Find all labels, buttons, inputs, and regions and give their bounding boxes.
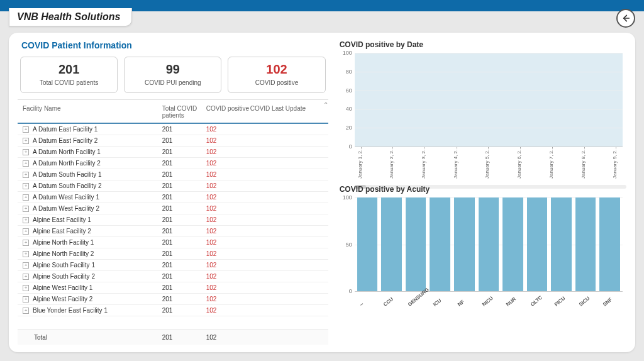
expand-icon[interactable]: + (23, 172, 29, 178)
expand-icon[interactable]: + (23, 308, 29, 314)
cell-total: 201 (162, 284, 206, 291)
chart-plot-area[interactable]: 020406080100 (355, 53, 623, 147)
cell-total: 201 (162, 296, 206, 303)
expand-icon[interactable]: + (23, 262, 29, 269)
col-header-positive[interactable]: COVID positive (206, 105, 250, 119)
table-row[interactable]: +A Datum West Facility 1201102 (18, 192, 328, 203)
table-row[interactable]: +Alpine West Facility 2201102 (18, 294, 328, 305)
facility-name: A Datum East Facility 2 (33, 137, 97, 144)
table-row[interactable]: +Alpine East Facility 1201102 (18, 214, 328, 226)
bar[interactable] (599, 197, 620, 291)
expand-icon[interactable]: + (23, 217, 29, 223)
table-row[interactable]: +Alpine North Facility 1201102 (18, 237, 328, 248)
bar[interactable] (551, 197, 572, 291)
facility-name: Alpine North Facility 2 (33, 250, 94, 257)
cell-positive: 102 (206, 307, 250, 314)
bar[interactable] (381, 197, 402, 291)
expand-icon[interactable]: + (23, 240, 29, 246)
bar[interactable] (527, 197, 548, 291)
cell-positive: 102 (206, 284, 250, 291)
cell-positive: 102 (206, 137, 250, 144)
table-row[interactable]: +A Datum West Facility 2201102 (18, 203, 328, 214)
bar[interactable] (430, 197, 450, 291)
expand-icon[interactable]: + (23, 251, 29, 257)
facility-name: A Datum North Facility 1 (33, 148, 101, 155)
table-row[interactable]: +A Datum North Facility 1201102 (18, 147, 328, 158)
expand-icon[interactable]: + (23, 183, 29, 189)
chart-plot-area[interactable]: 050100 (355, 197, 623, 292)
section-title: COVID Patient Information (21, 40, 328, 50)
col-header-total[interactable]: Total COVID patients (162, 105, 206, 119)
kpi-label: COVID positive (231, 79, 322, 86)
x-tick: January 6, 2... (516, 147, 552, 179)
back-button[interactable] (616, 9, 635, 28)
cell-positive: 102 (206, 296, 250, 303)
table-row[interactable]: +A Datum North Facility 2201102 (18, 158, 328, 169)
x-tick: SNF (602, 287, 636, 322)
col-header-name[interactable]: Facility Name (20, 105, 162, 119)
cell-positive: 102 (206, 194, 250, 201)
cell-total: 201 (162, 126, 206, 133)
cell-total: 201 (162, 194, 206, 201)
facility-name: Alpine East Facility 1 (33, 216, 91, 223)
expand-icon[interactable]: + (23, 274, 29, 280)
y-tick: 60 (340, 87, 352, 94)
kpi-value: 201 (23, 62, 114, 77)
scroll-up-caret[interactable]: ⌃ (323, 101, 328, 108)
expand-icon[interactable]: + (23, 138, 29, 144)
left-column: COVID Patient Information 201 Total COVI… (18, 39, 328, 345)
facility-name: Alpine South Facility 2 (33, 273, 95, 280)
chart-covid-positive-by-acuity: COVID positive by Acuity 050100 --CCUGEN… (338, 184, 626, 322)
table-row[interactable]: +Alpine West Facility 1201102 (18, 282, 328, 294)
table-footer-row: Total 201 102 (18, 330, 328, 345)
cell-positive: 102 (206, 182, 250, 189)
table-body[interactable]: +A Datum East Facility 1201102+A Datum E… (18, 124, 328, 330)
bar[interactable] (479, 197, 499, 291)
kpi-label: Total COVID patients (23, 79, 114, 86)
table-row[interactable]: +A Datum South Facility 1201102 (18, 169, 328, 181)
table-row[interactable]: +A Datum South Facility 2201102 (18, 181, 328, 192)
chart-x-axis: January 1, 2...January 2, 2...January 3,… (355, 147, 623, 182)
cell-positive: 102 (206, 239, 250, 246)
chart-title: COVID positive by Acuity (340, 185, 626, 194)
x-tick: January 9, 2... (612, 147, 623, 179)
table-row[interactable]: +A Datum East Facility 2201102 (18, 135, 328, 147)
expand-icon[interactable]: + (23, 160, 29, 167)
table-row[interactable]: +Alpine South Facility 1201102 (18, 260, 328, 271)
kpi-pui-pending: 99 COVID PUI pending (124, 57, 221, 93)
expand-icon[interactable]: + (23, 296, 29, 303)
y-tick: 0 (340, 288, 352, 294)
expand-icon[interactable]: + (23, 228, 29, 235)
cell-total: 201 (162, 148, 206, 155)
kpi-covid-positive: 102 COVID positive (228, 57, 325, 93)
bar[interactable] (502, 197, 523, 291)
facility-name: A Datum West Facility 2 (33, 205, 99, 212)
footer-total: 201 (162, 334, 206, 341)
y-tick: 100 (340, 194, 352, 201)
y-tick: 100 (340, 50, 352, 56)
cell-total: 201 (162, 307, 206, 314)
table-row[interactable]: +Alpine North Facility 2201102 (18, 248, 328, 260)
x-tick: January 5, 2... (484, 147, 519, 179)
table-row[interactable]: +Alpine East Facility 2201102 (18, 226, 328, 237)
bar[interactable] (454, 197, 475, 291)
facility-name: Alpine East Facility 2 (33, 228, 91, 235)
table-header-row: Facility Name Total COVID patients COVID… (18, 100, 328, 124)
bar[interactable] (575, 197, 596, 291)
expand-icon[interactable]: + (23, 126, 29, 133)
table-row[interactable]: +Alpine South Facility 2201102 (18, 271, 328, 282)
table-row[interactable]: +A Datum East Facility 1201102 (18, 124, 328, 135)
expand-icon[interactable]: + (23, 194, 29, 201)
bar[interactable] (357, 197, 378, 291)
kpi-value: 102 (231, 62, 322, 77)
facility-name: A Datum East Facility 1 (33, 126, 97, 133)
col-header-update[interactable]: COVID Last Update (250, 105, 326, 119)
table-row[interactable]: +Blue Yonder East Facility 1201102 (18, 305, 328, 316)
x-tick: January 1, 2... (357, 147, 392, 179)
y-tick: 50 (340, 242, 352, 248)
bar[interactable] (406, 197, 426, 291)
expand-icon[interactable]: + (23, 285, 29, 291)
expand-icon[interactable]: + (23, 206, 29, 212)
kpi-label: COVID PUI pending (127, 79, 218, 86)
expand-icon[interactable]: + (23, 149, 29, 155)
